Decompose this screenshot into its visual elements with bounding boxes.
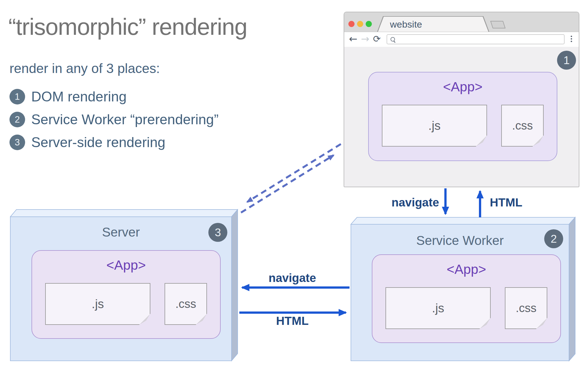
html-up-label: HTML [490, 196, 534, 209]
navigate-left-label: navigate [256, 271, 329, 285]
step-badge-3: 3 [208, 223, 227, 242]
trisomorphic-rendering-diagram: “trisomorphic” rendering render in any o… [0, 0, 588, 370]
step-badge-1: 1 [557, 51, 576, 70]
step-badge-2: 2 [544, 229, 563, 248]
html-right-label: HTML [264, 314, 320, 328]
navigate-down-label: navigate [383, 196, 439, 209]
